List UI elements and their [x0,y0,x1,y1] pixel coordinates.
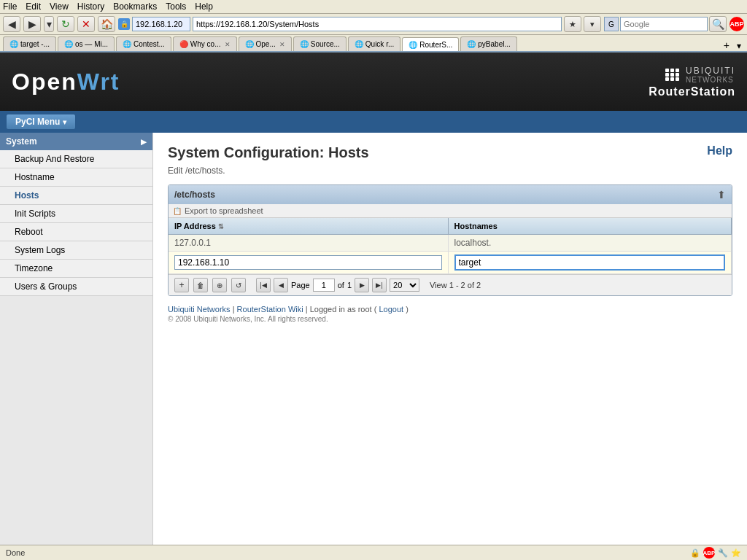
tab-0[interactable]: 🌐 target -... [3,36,56,51]
menu-history[interactable]: History [77,1,104,12]
table-row: 127.0.0.1 localhost. [169,235,732,252]
logout-link[interactable]: Logout [379,305,403,314]
tab-icon-5: 🌐 [300,40,309,48]
collapse-icon[interactable]: ⬆ [717,189,726,201]
status-bar: Done 🔒 ABP 🔧 ⭐ [0,545,747,560]
pycimenu-button[interactable]: PyCI Menu [6,114,76,130]
back-button[interactable]: ◀ [3,16,20,32]
first-page-button[interactable]: |◀ [256,278,271,292]
tab-5[interactable]: 🌐 Source... [293,36,347,51]
tab-1[interactable]: 🌐 os — Mi... [58,36,115,51]
sidebar-item-init[interactable]: Init Scripts [0,205,152,223]
pagination: |◀ ◀ Page of 1 ▶ ▶| 20 50 100 [256,278,419,292]
sidebar-item-backup[interactable]: Backup And Restore [0,150,152,168]
footer-closing: ) [406,305,409,314]
table-row [169,252,732,274]
export-icon: 📋 [173,207,182,215]
menu-help[interactable]: Help [195,1,213,12]
tab-4[interactable]: 🌐 Ope... ✕ [239,36,292,51]
sidebar-label-hostname: Hostname [15,172,55,182]
tab-label-8: pyBabel... [478,40,510,48]
data-table: IP Address ⇅ Hostnames 127.0.0.1 localho… [169,218,732,274]
copy-row-button[interactable]: ⊕ [212,278,227,292]
bookmark-add-button[interactable]: ▾ [584,16,601,32]
sidebar-section-header[interactable]: System ▶ [0,133,152,150]
add-row-button[interactable]: + [174,278,189,292]
view-count: View 1 - 2 of 2 [430,281,481,289]
footer-links: Ubiquiti Networks | RouterStation Wiki |… [168,305,732,314]
per-page-select[interactable]: 20 50 100 [390,279,419,292]
prev-page-button[interactable]: ◀ [274,278,288,292]
tab-8[interactable]: 🌐 pyBabel... [460,36,516,51]
app-header: OpenWrt UBIQUITI NETWORKS RouterStation [0,52,747,111]
main-layout: System ▶ Backup And Restore Hostname Hos… [0,133,747,560]
row1-ip [169,252,448,274]
tab-2[interactable]: 🌐 Contest... [116,36,171,51]
sidebar-item-syslogs[interactable]: System Logs [0,241,152,260]
menu-file[interactable]: File [3,1,17,12]
sidebar-item-reboot[interactable]: Reboot [0,223,152,241]
address-short[interactable]: 192.168.1.20 [132,17,190,31]
app-logo: OpenWrt [12,69,120,96]
sidebar-item-hostname[interactable]: Hostname [0,168,152,187]
search-engine-icon[interactable]: G [604,17,619,31]
logo-open: Open [12,69,77,95]
sidebar-label-hosts: Hosts [15,190,39,201]
brand-sub-text: NETWORKS [686,76,735,84]
star-icon: ⭐ [731,548,741,558]
next-page-button[interactable]: ▶ [355,278,369,292]
routerstation-wiki-link[interactable]: RouterStation Wiki [237,305,303,314]
menu-tools[interactable]: Tools [166,1,186,12]
tab-overflow-button[interactable]: ▾ [734,41,744,51]
menu-view[interactable]: View [50,1,69,12]
sidebar-section-title: System [6,136,37,147]
forward-button[interactable]: ▶ [23,16,41,32]
ip-input[interactable] [174,255,442,270]
tool-icon: 🔧 [718,548,728,558]
menu-edit[interactable]: Edit [26,1,41,12]
export-label: Export to spreadsheet [185,206,263,215]
bookmark-button[interactable]: ★ [564,16,581,32]
abp-button[interactable]: ABP [729,17,744,31]
refresh-button[interactable]: ↺ [231,278,246,292]
sidebar-label-timezone: Timezone [15,263,53,273]
ubiquiti-link[interactable]: Ubiquiti Networks [168,305,231,314]
sidebar-item-users[interactable]: Users & Groups [0,278,152,296]
page-input[interactable] [313,279,335,292]
delete-row-button[interactable]: 🗑 [193,278,208,292]
page-subtitle: Edit /etc/hosts. [168,166,732,176]
search-input[interactable] [620,17,708,31]
tab-3[interactable]: 🔴 Why co... ✕ [173,36,237,51]
new-tab-button[interactable]: + [721,39,732,51]
dropdown-button[interactable]: ▾ [44,16,54,32]
address-input[interactable] [193,17,562,31]
row0-ip: 127.0.0.1 [169,235,448,252]
table-section-title: /etc/hosts [174,190,215,200]
tab-7[interactable]: 🌐 RouterS... [402,37,459,52]
last-page-button[interactable]: ▶| [372,278,387,292]
tab-close-3[interactable]: ✕ [225,41,231,48]
row0-hostname: localhost. [448,235,731,252]
total-pages: 1 [347,281,352,289]
export-row[interactable]: 📋 Export to spreadsheet [169,204,732,218]
help-link[interactable]: Help [707,144,732,158]
sidebar-item-timezone[interactable]: Timezone [0,260,152,278]
menu-bookmarks[interactable]: Bookmarks [113,1,157,12]
tab-icon-4: 🌐 [245,40,254,48]
table-section: /etc/hosts ⬆ 📋 Export to spreadsheet IP … [168,184,732,296]
reload-button[interactable]: ↻ [57,16,74,32]
content-area: System Configuration: Hosts Help Edit /e… [153,133,747,560]
row1-hostname [448,252,731,274]
home-button[interactable]: 🏠 [98,16,115,32]
hostname-input[interactable] [454,254,725,271]
search-button[interactable]: 🔍 [709,16,727,32]
tab-6[interactable]: 🌐 Quick r... [348,36,400,51]
table-section-header: /etc/hosts ⬆ [169,185,732,204]
sidebar-label-users: Users & Groups [15,281,77,292]
stop-button[interactable]: ✕ [77,16,95,32]
address-bar: 🔒 192.168.1.20 ★ ▾ [118,16,601,32]
sidebar-item-hosts[interactable]: Hosts [0,187,152,205]
sort-icon-ip[interactable]: ⇅ [218,223,224,230]
expand-icon: ▶ [141,138,147,146]
tab-close-4[interactable]: ✕ [279,41,285,48]
